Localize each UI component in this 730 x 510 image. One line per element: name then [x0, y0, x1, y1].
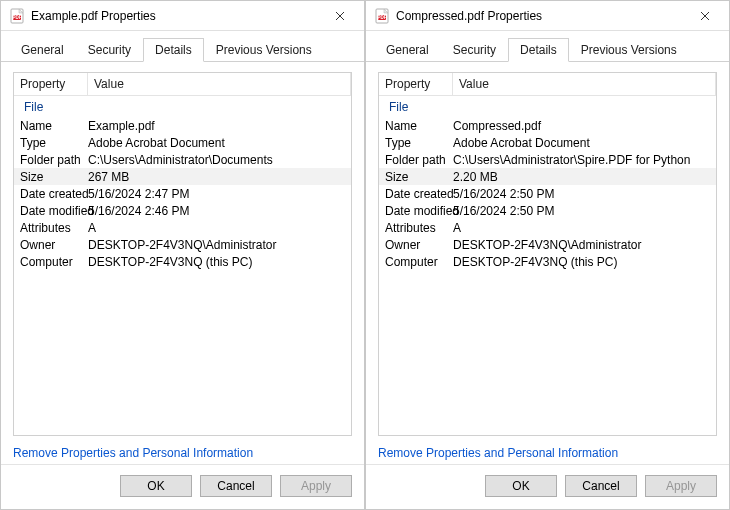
table-header: Property Value	[14, 73, 351, 96]
prop-label: Owner	[14, 238, 88, 252]
titlebar: PDF Compressed.pdf Properties	[366, 1, 729, 31]
prop-value: 5/16/2024 2:50 PM	[453, 204, 716, 218]
tab-details[interactable]: Details	[143, 38, 204, 62]
table-row[interactable]: Date created5/16/2024 2:50 PM	[379, 185, 716, 202]
prop-label: Date modified	[379, 204, 453, 218]
prop-label: Name	[379, 119, 453, 133]
svg-text:PDF: PDF	[378, 15, 387, 20]
prop-value: C:\Users\Administrator\Documents	[88, 153, 351, 167]
table-row[interactable]: AttributesA	[379, 219, 716, 236]
table-row[interactable]: ComputerDESKTOP-2F4V3NQ (this PC)	[379, 253, 716, 270]
prop-value: DESKTOP-2F4V3NQ (this PC)	[88, 255, 351, 269]
table-row[interactable]: NameExample.pdf	[14, 117, 351, 134]
table-row[interactable]: Folder pathC:\Users\Administrator\Docume…	[14, 151, 351, 168]
table-row[interactable]: Date modified5/16/2024 2:46 PM	[14, 202, 351, 219]
table-row[interactable]: NameCompressed.pdf	[379, 117, 716, 134]
prop-value: 5/16/2024 2:50 PM	[453, 187, 716, 201]
prop-value: A	[88, 221, 351, 235]
section-file: File	[14, 96, 351, 117]
prop-value: Compressed.pdf	[453, 119, 716, 133]
prop-label: Attributes	[379, 221, 453, 235]
table-row[interactable]: OwnerDESKTOP-2F4V3NQ\Administrator	[379, 236, 716, 253]
table-row[interactable]: Folder pathC:\Users\Administrator\Spire.…	[379, 151, 716, 168]
prop-value: Adobe Acrobat Document	[88, 136, 351, 150]
ok-button[interactable]: OK	[485, 475, 557, 497]
properties-dialog-left: PDF Example.pdf Properties General Secur…	[0, 0, 365, 510]
prop-value: A	[453, 221, 716, 235]
pdf-icon: PDF	[374, 8, 390, 24]
prop-label: Date modified	[14, 204, 88, 218]
prop-value: Example.pdf	[88, 119, 351, 133]
tab-general[interactable]: General	[374, 38, 441, 62]
column-value[interactable]: Value	[453, 73, 716, 95]
tab-strip: General Security Details Previous Versio…	[1, 31, 364, 62]
close-button[interactable]	[320, 2, 360, 30]
prop-label: Folder path	[14, 153, 88, 167]
prop-value: 2.20 MB	[453, 170, 716, 184]
pdf-icon: PDF	[9, 8, 25, 24]
prop-value: 5/16/2024 2:47 PM	[88, 187, 351, 201]
table-header: Property Value	[379, 73, 716, 96]
remove-properties-link[interactable]: Remove Properties and Personal Informati…	[1, 446, 364, 464]
table-body: File NameCompressed.pdf TypeAdobe Acroba…	[379, 96, 716, 435]
table-row[interactable]: Size2.20 MB	[379, 168, 716, 185]
tab-general[interactable]: General	[9, 38, 76, 62]
prop-value: 5/16/2024 2:46 PM	[88, 204, 351, 218]
table-row[interactable]: TypeAdobe Acrobat Document	[14, 134, 351, 151]
ok-button[interactable]: OK	[120, 475, 192, 497]
prop-value: Adobe Acrobat Document	[453, 136, 716, 150]
dialog-title: Example.pdf Properties	[31, 9, 320, 23]
tab-previous-versions[interactable]: Previous Versions	[569, 38, 689, 62]
prop-label: Owner	[379, 238, 453, 252]
prop-value: DESKTOP-2F4V3NQ\Administrator	[88, 238, 351, 252]
table-row[interactable]: AttributesA	[14, 219, 351, 236]
details-table: Property Value File NameCompressed.pdf T…	[378, 72, 717, 436]
column-property[interactable]: Property	[14, 73, 88, 95]
prop-value: C:\Users\Administrator\Spire.PDF for Pyt…	[453, 153, 716, 167]
table-body: File NameExample.pdf TypeAdobe Acrobat D…	[14, 96, 351, 435]
prop-value: 267 MB	[88, 170, 351, 184]
apply-button: Apply	[645, 475, 717, 497]
table-row[interactable]: Date modified5/16/2024 2:50 PM	[379, 202, 716, 219]
remove-properties-link[interactable]: Remove Properties and Personal Informati…	[366, 446, 729, 464]
cancel-button[interactable]: Cancel	[565, 475, 637, 497]
details-table: Property Value File NameExample.pdf Type…	[13, 72, 352, 436]
properties-dialog-right: PDF Compressed.pdf Properties General Se…	[365, 0, 730, 510]
apply-button: Apply	[280, 475, 352, 497]
button-bar: OK Cancel Apply	[366, 464, 729, 509]
prop-label: Folder path	[379, 153, 453, 167]
table-row[interactable]: Size267 MB	[14, 168, 351, 185]
prop-label: Attributes	[14, 221, 88, 235]
button-bar: OK Cancel Apply	[1, 464, 364, 509]
tab-security[interactable]: Security	[441, 38, 508, 62]
svg-text:PDF: PDF	[13, 15, 22, 20]
prop-label: Date created	[14, 187, 88, 201]
table-row[interactable]: TypeAdobe Acrobat Document	[379, 134, 716, 151]
section-file: File	[379, 96, 716, 117]
prop-label: Size	[379, 170, 453, 184]
dialog-title: Compressed.pdf Properties	[396, 9, 685, 23]
tab-details[interactable]: Details	[508, 38, 569, 62]
cancel-button[interactable]: Cancel	[200, 475, 272, 497]
prop-label: Size	[14, 170, 88, 184]
tab-security[interactable]: Security	[76, 38, 143, 62]
tab-strip: General Security Details Previous Versio…	[366, 31, 729, 62]
table-row[interactable]: Date created5/16/2024 2:47 PM	[14, 185, 351, 202]
prop-value: DESKTOP-2F4V3NQ\Administrator	[453, 238, 716, 252]
prop-label: Computer	[14, 255, 88, 269]
titlebar: PDF Example.pdf Properties	[1, 1, 364, 31]
column-value[interactable]: Value	[88, 73, 351, 95]
table-row[interactable]: OwnerDESKTOP-2F4V3NQ\Administrator	[14, 236, 351, 253]
prop-label: Computer	[379, 255, 453, 269]
prop-label: Name	[14, 119, 88, 133]
prop-label: Date created	[379, 187, 453, 201]
tab-previous-versions[interactable]: Previous Versions	[204, 38, 324, 62]
close-button[interactable]	[685, 2, 725, 30]
table-row[interactable]: ComputerDESKTOP-2F4V3NQ (this PC)	[14, 253, 351, 270]
prop-label: Type	[379, 136, 453, 150]
prop-label: Type	[14, 136, 88, 150]
prop-value: DESKTOP-2F4V3NQ (this PC)	[453, 255, 716, 269]
column-property[interactable]: Property	[379, 73, 453, 95]
